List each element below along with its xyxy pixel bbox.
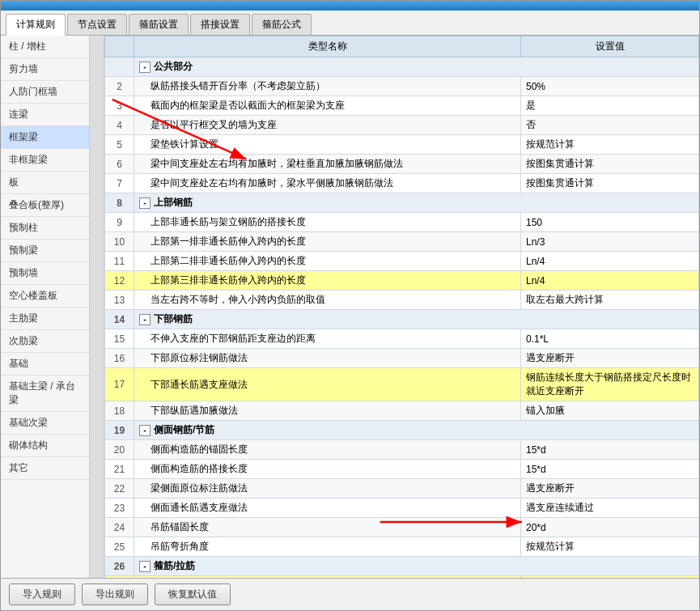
table-row[interactable]: 15 不伸入支座的下部钢筋距支座边的距离 0.1*L: [105, 329, 699, 349]
row-value[interactable]: 20*d: [521, 518, 699, 537]
row-value[interactable]: 6: [521, 576, 699, 579]
tab-node-settings[interactable]: 节点设置: [67, 14, 127, 35]
row-num: 27: [105, 576, 134, 579]
row-value[interactable]: 遇支座断开: [521, 349, 699, 368]
table-row[interactable]: 22 梁侧面原位标注筋做法 遇支座断开: [105, 479, 699, 499]
table-row: 8 -上部钢筋: [105, 193, 699, 213]
expand-icon[interactable]: -: [139, 561, 151, 572]
sidebar-item-2[interactable]: 人防门框墙: [1, 81, 89, 104]
row-value[interactable]: Ln/4: [521, 252, 699, 271]
row-num: 11: [105, 252, 134, 271]
row-value[interactable]: 按规范计算: [521, 135, 699, 155]
sidebar-item-5[interactable]: 非框架梁: [1, 149, 89, 172]
sidebar-item-0[interactable]: 柱 / 增柱: [1, 36, 89, 58]
restore-button[interactable]: 恢复默认值: [155, 583, 231, 605]
row-value[interactable]: 50%: [521, 77, 699, 96]
row-value[interactable]: 否: [521, 116, 699, 135]
table-row: 26 -箍筋/拉筋: [105, 557, 699, 576]
expand-icon[interactable]: -: [139, 197, 151, 209]
sidebar-item-13[interactable]: 次肋梁: [1, 330, 89, 353]
row-value[interactable]: 是: [521, 96, 699, 116]
table-row[interactable]: 2 纵筋搭接头错开百分率（不考虑架立筋） 50%: [105, 77, 699, 96]
table-row[interactable]: 4 是否以平行框交叉的墙为支座 否: [105, 116, 699, 135]
table-row: 19 -侧面钢筋/节筋: [105, 421, 699, 440]
export-button[interactable]: 导出规则: [82, 583, 148, 605]
row-name: 梁中间支座处左右均有加腋时，梁柱垂直加腋加腋钢筋做法: [134, 155, 521, 174]
row-name: 下部原位标注钢筋做法: [134, 349, 521, 368]
row-value[interactable]: 15*d: [521, 440, 699, 460]
row-value[interactable]: 按图集贯通计算: [521, 174, 699, 193]
row-value[interactable]: 0.1*L: [521, 329, 699, 349]
sidebar: 柱 / 增柱剪力墙人防门框墙连梁框架梁非框架梁板叠合板(整厚)预制柱预制梁预制墙…: [1, 36, 90, 578]
table-row[interactable]: 17 下部通长筋遇支座做法 钢筋连续长度大于钢筋搭接定尺长度时就近支座断开: [105, 368, 699, 401]
table-row: -公共部分: [105, 57, 699, 77]
table-row[interactable]: 21 侧面构造筋的搭接长度 15*d: [105, 460, 699, 479]
table-row[interactable]: 11 上部第二排非通长筋伸入跨内的长度 Ln/4: [105, 252, 699, 271]
table-row[interactable]: 20 侧面构造筋的锚固长度 15*d: [105, 440, 699, 460]
table-row[interactable]: 13 当左右跨不等时，伸入小跨内负筋的取值 取左右最大跨计算: [105, 291, 699, 310]
import-button[interactable]: 导入规则: [9, 583, 75, 605]
row-value[interactable]: 遇支座连续通过: [521, 499, 699, 518]
row-value[interactable]: Ln/3: [521, 232, 699, 252]
sidebar-item-9[interactable]: 预制梁: [1, 240, 89, 262]
expand-icon[interactable]: -: [139, 314, 151, 325]
section-name: -箍筋/拉筋: [134, 557, 699, 576]
row-num: 14: [105, 310, 134, 329]
row-value[interactable]: 按规范计算: [521, 537, 699, 557]
table-row[interactable]: 10 上部第一排非通长筋伸入跨内的长度 Ln/3: [105, 232, 699, 252]
row-value[interactable]: 15*d: [521, 460, 699, 479]
row-value[interactable]: 150: [521, 213, 699, 232]
table-container[interactable]: 类型名称 设置值 -公共部分 2 纵筋搭接头错开百分率（不考虑架立筋） 50% …: [104, 36, 699, 578]
sidebar-item-7[interactable]: 叠合板(整厚): [1, 194, 89, 217]
table-row[interactable]: 3 截面内的框架梁是否以截面大的框架梁为支座 是: [105, 96, 699, 116]
row-num: 24: [105, 518, 134, 537]
row-num: 19: [105, 421, 134, 440]
table-row[interactable]: 24 吊筋锚固长度 20*d: [105, 518, 699, 537]
table-row[interactable]: 27 次梁两侧共增加箍筋数量 6: [105, 576, 699, 579]
sidebar-item-15[interactable]: 基础主梁 / 承台梁: [1, 376, 89, 412]
row-value[interactable]: 取左右最大跨计算: [521, 291, 699, 310]
sidebar-item-18[interactable]: 其它: [1, 457, 89, 480]
row-value[interactable]: Ln/4: [521, 271, 699, 291]
content-area: 柱 / 增柱剪力墙人防门框墙连梁框架梁非框架梁板叠合板(整厚)预制柱预制梁预制墙…: [1, 36, 699, 578]
table-row[interactable]: 25 吊筋弯折角度 按规范计算: [105, 537, 699, 557]
tab-splice-settings[interactable]: 搭接设置: [190, 14, 250, 35]
table-row[interactable]: 18 下部纵筋遇加腋做法 锚入加腋: [105, 401, 699, 421]
row-value[interactable]: 钢筋连续长度大于钢筋搭接定尺长度时就近支座断开: [521, 368, 699, 401]
sidebar-item-11[interactable]: 空心楼盖板: [1, 285, 89, 308]
tab-stirrup-formula[interactable]: 箍筋公式: [252, 14, 312, 35]
table-row[interactable]: 6 梁中间支座处左右均有加腋时，梁柱垂直加腋加腋钢筋做法 按图集贯通计算: [105, 155, 699, 174]
sidebar-item-8[interactable]: 预制柱: [1, 217, 89, 240]
row-value[interactable]: 按图集贯通计算: [521, 155, 699, 174]
tab-stirrup-settings[interactable]: 箍筋设置: [129, 14, 189, 35]
table-row[interactable]: 16 下部原位标注钢筋做法 遇支座断开: [105, 349, 699, 368]
expand-icon[interactable]: -: [139, 425, 151, 436]
sidebar-item-17[interactable]: 砌体结构: [1, 435, 89, 457]
row-num: 2: [105, 77, 134, 96]
sidebar-item-14[interactable]: 基础: [1, 353, 89, 376]
table-row[interactable]: 12 上部第三排非通长筋伸入跨内的长度 Ln/4: [105, 271, 699, 291]
table-row[interactable]: 9 上部非通长筋与架立钢筋的搭接长度 150: [105, 213, 699, 232]
tab-bar: 计算规则节点设置箍筋设置搭接设置箍筋公式: [1, 11, 699, 36]
expand-icon[interactable]: -: [139, 62, 151, 73]
row-name: 不伸入支座的下部钢筋距支座边的距离: [134, 329, 521, 349]
col-header-value: 设置值: [521, 36, 699, 57]
sidebar-item-3[interactable]: 连梁: [1, 104, 89, 126]
row-name: 是否以平行框交叉的墙为支座: [134, 116, 521, 135]
table-row[interactable]: 23 侧面通长筋遇支座做法 遇支座连续通过: [105, 499, 699, 518]
row-name: 次梁两侧共增加箍筋数量: [134, 576, 521, 579]
sidebar-item-16[interactable]: 基础次梁: [1, 412, 89, 435]
sidebar-item-4[interactable]: 框架梁: [1, 126, 89, 149]
sidebar-item-10[interactable]: 预制墙: [1, 262, 89, 285]
sidebar-item-12[interactable]: 主肋梁: [1, 308, 89, 330]
row-value[interactable]: 遇支座断开: [521, 479, 699, 499]
sidebar-item-1[interactable]: 剪力墙: [1, 58, 89, 81]
section-name: -下部钢筋: [134, 310, 699, 329]
table-row[interactable]: 7 梁中间支座处左右均有加腋时，梁水平侧腋加腋钢筋做法 按图集贯通计算: [105, 174, 699, 193]
tab-calc-rules[interactable]: 计算规则: [6, 14, 66, 36]
row-value[interactable]: 锚入加腋: [521, 401, 699, 421]
table-row[interactable]: 5 梁垫铁计算设置 按规范计算: [105, 135, 699, 155]
table-row: 14 -下部钢筋: [105, 310, 699, 329]
bottom-bar: 导入规则导出规则恢复默认值: [1, 578, 699, 610]
sidebar-item-6[interactable]: 板: [1, 172, 89, 194]
